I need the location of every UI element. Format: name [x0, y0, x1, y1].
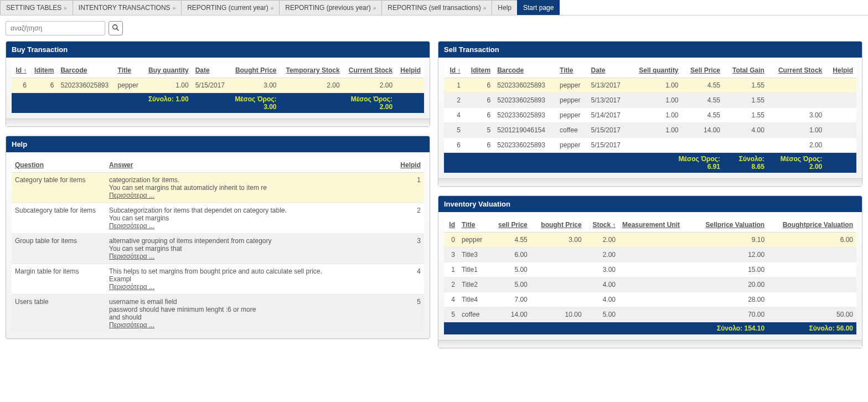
summary-row: Μέσος Όρος:6.91 Σύνολο:8.65 Μέσος Όρος:2… — [444, 153, 856, 173]
search-icon — [112, 24, 120, 33]
more-link[interactable]: Περισσότερα ... — [109, 283, 154, 291]
nav-label: SETTING TABLES — [6, 4, 61, 12]
col-tstock[interactable]: Temporary Stock — [280, 63, 343, 78]
summary-row: Σύνολο: 1.00 Μέσος Όρος:3.00 Μέσος Όρος:… — [12, 93, 424, 114]
sort-asc-icon: ↑ — [458, 67, 461, 74]
col-title[interactable]: Title — [458, 218, 490, 233]
col-iditem[interactable]: Iditem — [464, 63, 494, 78]
svg-point-0 — [113, 24, 117, 29]
chevron-right-icon: » — [483, 5, 487, 11]
col-boughtprice[interactable]: bought Price — [531, 218, 585, 233]
panel-title: Help — [6, 136, 430, 152]
table-row[interactable]: 665202336025893pepper5/15/20172.00 — [444, 138, 856, 153]
table-row[interactable]: 3Title36.002.0012.00 — [444, 248, 856, 262]
nav-item[interactable]: REPORTING (previous year)» — [279, 0, 382, 15]
nav-label: REPORTING (sell transactions) — [388, 4, 481, 12]
summary-row: Σύνολο: 154.10 Σύνολο: 56.00 — [444, 322, 856, 335]
table-row[interactable]: 555201219046154coffee5/15/20171.0014.004… — [444, 123, 856, 138]
col-barcode[interactable]: Barcode — [57, 63, 114, 78]
col-iditem[interactable]: Iditem — [30, 63, 57, 78]
panel-footer — [438, 340, 862, 348]
col-sellqty[interactable]: Sell quantity — [629, 63, 681, 78]
table-row[interactable]: 265202336025893pepper5/13/20171.004.551.… — [444, 93, 856, 108]
col-sellprice[interactable]: sell Price — [490, 218, 531, 233]
col-date[interactable]: Date — [192, 63, 230, 78]
col-id[interactable]: Id ↑ — [12, 63, 30, 78]
panel-title: Inventory Valuation — [438, 196, 862, 212]
top-navigation: SETTING TABLES»INTENTORY TRANSACTIONS»RE… — [0, 0, 868, 16]
help-table: Question Answer Helpid Category table fo… — [12, 158, 424, 333]
search-button[interactable] — [108, 21, 123, 35]
nav-label: REPORTING (current year) — [187, 4, 268, 12]
table-row[interactable]: Group table for itemsalternative groupin… — [12, 234, 424, 264]
table-row[interactable]: 165202336025893pepper5/13/20171.004.551.… — [444, 78, 856, 93]
sort-asc-icon: ↑ — [613, 221, 616, 228]
panel-title: Sell Transaction — [438, 42, 862, 58]
nav-label: REPORTING (previous year) — [285, 4, 370, 12]
more-link[interactable]: Περισσότερα ... — [109, 192, 154, 199]
col-helpid[interactable]: Helpid — [396, 63, 424, 78]
col-date[interactable]: Date — [588, 63, 629, 78]
col-sellprice[interactable]: Sell Price — [682, 63, 724, 78]
col-cstock[interactable]: Current Stock — [768, 63, 825, 78]
buy-transaction-table: Id ↑ Iditem Barcode Title Buy quantity D… — [12, 63, 424, 113]
nav-label: Start page — [523, 4, 554, 12]
search-bar — [0, 16, 868, 41]
panel-footer — [438, 178, 862, 186]
panel-title: Buy Transaction — [6, 42, 430, 58]
table-row[interactable]: 2Title25.004.0020.00 — [444, 277, 856, 292]
col-helpid[interactable]: Helpid — [825, 63, 856, 78]
col-cstock[interactable]: Current Stock — [343, 63, 396, 78]
svg-line-1 — [117, 28, 119, 30]
col-barcode[interactable]: Barcode — [494, 63, 556, 78]
col-id[interactable]: Id — [444, 218, 458, 233]
nav-item[interactable]: REPORTING (current year)» — [181, 0, 280, 15]
panel-footer — [6, 118, 430, 126]
table-row[interactable]: Category table for itemscategorization f… — [12, 173, 424, 203]
col-answer[interactable]: Answer — [106, 158, 391, 173]
inventory-valuation-panel: Inventory Valuation Id Title sell Price … — [438, 195, 862, 348]
chevron-right-icon: » — [271, 5, 274, 11]
table-row[interactable]: Users tableusername is email fieldpasswo… — [12, 295, 424, 333]
more-link[interactable]: Περισσότερα ... — [109, 222, 154, 230]
col-helpid[interactable]: Helpid — [391, 158, 424, 173]
col-bv[interactable]: Boughtprice Valuation — [768, 218, 856, 233]
col-mu[interactable]: Measurement Unit — [619, 218, 693, 233]
col-sv[interactable]: Sellprice Valuation — [693, 218, 768, 233]
chevron-right-icon: » — [64, 5, 67, 11]
help-panel: Help Question Answer Helpid Category tab… — [6, 136, 430, 339]
col-question[interactable]: Question — [12, 158, 106, 173]
sell-transaction-panel: Sell Transaction Id ↑ Iditem Barcode Tit… — [438, 41, 862, 187]
table-row[interactable]: 665202336025893pepper1.005/15/20173.002.… — [12, 78, 424, 93]
table-row[interactable]: 5coffee14.0010.005.0070.0050.00 — [444, 307, 856, 322]
table-row[interactable]: 4Title47.004.0028.00 — [444, 292, 856, 307]
nav-item[interactable]: Start page — [517, 0, 560, 15]
sell-transaction-table: Id ↑ Iditem Barcode Title Date Sell quan… — [444, 63, 856, 173]
nav-item[interactable]: INTENTORY TRANSACTIONS» — [73, 0, 182, 15]
search-input[interactable] — [6, 21, 105, 35]
table-row[interactable]: 1Title15.003.0015.00 — [444, 262, 856, 277]
nav-label: INTENTORY TRANSACTIONS — [79, 4, 170, 12]
col-title[interactable]: Title — [556, 63, 587, 78]
table-row[interactable]: Margin table for itemsThis helps to set … — [12, 264, 424, 295]
chevron-right-icon: » — [173, 5, 176, 11]
col-bprice[interactable]: Bought Price — [230, 63, 280, 78]
more-link[interactable]: Περισσότερα ... — [109, 321, 154, 329]
col-gain[interactable]: Total Gain — [724, 63, 768, 78]
col-id[interactable]: Id ↑ — [444, 63, 464, 78]
col-buyqty[interactable]: Buy quantity — [143, 63, 192, 78]
table-row[interactable]: Subcategory table for itemsSubcategoriza… — [12, 203, 424, 234]
nav-item[interactable]: SETTING TABLES» — [0, 0, 73, 15]
sort-asc-icon: ↑ — [23, 67, 27, 74]
col-title[interactable]: Title — [115, 63, 143, 78]
inventory-valuation-table: Id Title sell Price bought Price Stock ↑… — [444, 218, 856, 334]
more-link[interactable]: Περισσότερα ... — [109, 252, 154, 260]
table-row[interactable]: 0pepper4.553.002.009.106.00 — [444, 233, 856, 248]
buy-transaction-panel: Buy Transaction Id ↑ Iditem Barcode Titl… — [6, 41, 430, 127]
nav-item[interactable]: REPORTING (sell transactions)» — [381, 0, 492, 15]
table-row[interactable]: 465202336025893pepper5/14/20171.004.551.… — [444, 108, 856, 123]
chevron-right-icon: » — [373, 5, 376, 11]
col-stock[interactable]: Stock ↑ — [585, 218, 619, 233]
nav-label: Help — [498, 4, 512, 12]
nav-item[interactable]: Help — [492, 0, 518, 15]
